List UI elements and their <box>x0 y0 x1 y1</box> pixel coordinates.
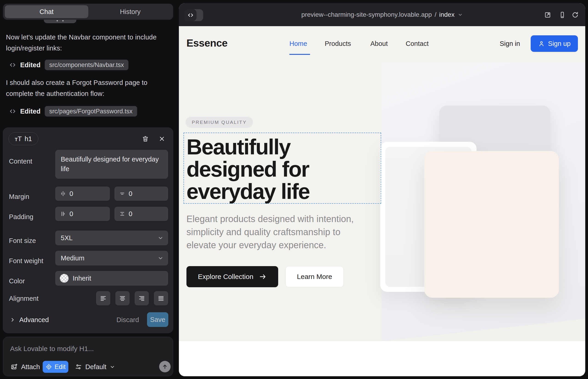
align-right-icon <box>138 294 146 302</box>
code-icon <box>9 108 16 115</box>
close-panel-button[interactable] <box>156 133 167 144</box>
align-left-icon <box>99 294 107 302</box>
trash-icon <box>142 135 149 142</box>
selected-element-tag[interactable]: TT h1 <box>8 132 38 145</box>
site-preview: Essence Home Products About Contact Sign… <box>179 26 585 376</box>
chat-history-tabs: Chat History <box>3 4 173 20</box>
chevron-down-icon <box>157 255 164 261</box>
chat-prompt-box: Attach Edit Default <box>3 337 173 376</box>
nav-link-about[interactable]: About <box>370 40 388 47</box>
arrow-up-icon <box>162 363 168 370</box>
send-button[interactable] <box>159 361 171 372</box>
url-page: index <box>439 11 454 18</box>
font-weight-label: Font weight <box>9 257 43 265</box>
alignment-label: Alignment <box>9 295 39 302</box>
explore-collection-button[interactable]: Explore Collection <box>186 266 278 287</box>
padding-x-input[interactable]: 0 <box>55 207 110 221</box>
arrow-right-icon <box>259 273 267 281</box>
font-weight-select[interactable]: Medium <box>55 251 168 266</box>
advanced-toggle[interactable]: Advanced <box>10 313 49 327</box>
edited-file-row: Edited src/components/Navbar.tsx <box>9 60 128 70</box>
external-link-icon <box>544 11 552 19</box>
font-size-label: Font size <box>9 237 36 245</box>
mobile-phone-icon <box>559 11 566 19</box>
sign-up-button[interactable]: Sign up <box>531 35 578 52</box>
content-label: Content <box>9 158 32 165</box>
edited-label: Edited <box>20 108 41 115</box>
file-chip[interactable]: src/pages/ForgotPassword.tsx <box>45 106 137 117</box>
hero-paragraph: Elegant products designed with intention… <box>186 212 354 252</box>
preview-browser-panel: preview--charming-site-symphony.lovable.… <box>179 3 585 376</box>
nav-active-underline <box>289 54 310 55</box>
nav-link-products[interactable]: Products <box>325 40 351 47</box>
margin-x-icon <box>60 190 66 197</box>
prompt-input[interactable] <box>10 343 161 354</box>
premium-quality-badge: PREMIUM QUALITY <box>186 117 253 128</box>
model-default-selector[interactable]: Default <box>75 361 115 373</box>
align-justify-button[interactable] <box>154 291 168 305</box>
save-button[interactable]: Save <box>147 312 168 327</box>
edit-target-icon <box>46 363 52 370</box>
padding-x-icon <box>60 211 66 217</box>
align-center-button[interactable] <box>115 291 130 305</box>
learn-more-button[interactable]: Learn More <box>286 266 343 287</box>
color-label: Color <box>9 277 25 285</box>
discard-button[interactable]: Discard <box>115 313 140 327</box>
section-below-hero <box>179 341 585 376</box>
app-window: Chat History Now let's update the Navbar… <box>0 0 588 379</box>
tab-history[interactable]: History <box>89 5 171 18</box>
align-left-button[interactable] <box>96 291 110 305</box>
scrolled-chip-partial <box>44 20 76 23</box>
site-logo[interactable]: Essence <box>186 37 228 49</box>
url-domain: preview--charming-site-symphony.lovable.… <box>301 11 432 18</box>
sign-in-link[interactable]: Sign in <box>500 40 520 47</box>
attach-button[interactable]: Attach <box>11 361 40 373</box>
close-icon <box>158 135 165 142</box>
margin-y-icon <box>119 190 125 197</box>
padding-label: Padding <box>9 213 33 221</box>
nav-link-contact[interactable]: Contact <box>406 40 429 47</box>
element-editor-panel: TT h1 Content Beautifully designed for e… <box>3 127 173 333</box>
chat-message: Now let's update the Navbar component to… <box>6 32 168 54</box>
user-icon <box>538 40 545 47</box>
code-icon <box>9 62 16 68</box>
refresh-icon <box>572 11 579 19</box>
edit-mode-button[interactable]: Edit <box>43 361 68 373</box>
nav-link-home[interactable]: Home <box>289 40 307 47</box>
align-center-icon <box>119 294 126 302</box>
chevron-right-icon <box>10 317 15 323</box>
margin-y-input[interactable]: 0 <box>114 187 168 201</box>
font-size-select[interactable]: 5XL <box>55 231 168 245</box>
type-icon: TT <box>15 135 22 143</box>
decor-card-beige <box>424 151 559 298</box>
align-right-button[interactable] <box>135 291 149 305</box>
file-chip[interactable]: src/components/Navbar.tsx <box>45 60 129 70</box>
tab-chat[interactable]: Chat <box>5 5 88 18</box>
attach-image-icon <box>11 363 18 371</box>
edited-file-row: Edited src/pages/ForgotPassword.tsx <box>9 106 137 117</box>
padding-y-input[interactable]: 0 <box>114 207 168 221</box>
edited-label: Edited <box>20 61 41 69</box>
color-swatch <box>60 274 69 283</box>
refresh-button[interactable] <box>572 11 579 19</box>
chevron-down-icon <box>110 364 115 370</box>
browser-toolbar: preview--charming-site-symphony.lovable.… <box>179 3 585 26</box>
chat-message: I should also create a Forgot Password p… <box>6 77 168 99</box>
content-input[interactable]: Beautifully designed for everyday life <box>55 150 168 179</box>
padding-y-icon <box>119 211 125 217</box>
color-select[interactable]: Inherit <box>55 271 168 286</box>
hero-heading[interactable]: Beautifully designed for everyday life <box>186 136 309 203</box>
sliders-icon <box>75 363 82 371</box>
delete-element-button[interactable] <box>140 133 151 144</box>
chevron-down-icon <box>458 12 463 17</box>
margin-label: Margin <box>9 193 29 201</box>
chevron-down-icon <box>157 235 164 241</box>
align-justify-icon <box>157 294 165 302</box>
url-bar[interactable]: preview--charming-site-symphony.lovable.… <box>179 3 585 26</box>
mobile-view-button[interactable] <box>559 11 566 19</box>
open-external-button[interactable] <box>544 11 552 19</box>
margin-x-input[interactable]: 0 <box>55 187 110 201</box>
